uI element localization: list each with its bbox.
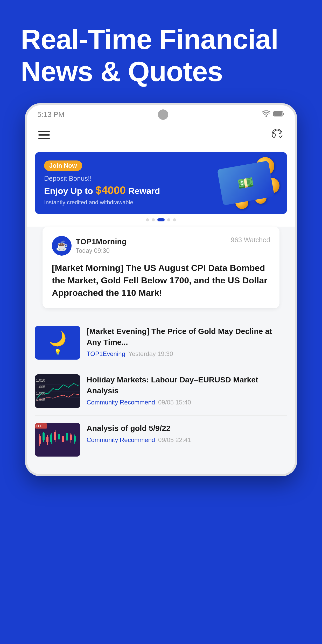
phone-container: 5:13 PM: [0, 103, 322, 476]
author-info: TOP1Morning Today 09:30: [76, 237, 127, 254]
svg-text:1.000: 1.000: [36, 391, 45, 395]
news-source-1: TOP1Evening: [87, 350, 125, 358]
status-icons: [262, 110, 285, 119]
status-time: 5:13 PM: [37, 110, 64, 119]
banner-image: 💵: [204, 152, 287, 214]
hamburger-line-3: [38, 138, 50, 139]
author-avatar: ☕: [52, 236, 72, 256]
news-content-3: Analysis of gold 5/9/22 Community Recomm…: [87, 423, 287, 444]
hero-section: Real-Time Financial News & Quotes: [0, 0, 322, 103]
moon-icon: 🌙: [49, 330, 67, 347]
banner-footer: Instantly credited and withdrawable: [44, 199, 195, 206]
news-content-2: Holiday Markets: Labour Day–EURUSD Marke…: [87, 374, 287, 406]
news-meta-2: Community Recommend 09/05 15:40: [87, 399, 287, 406]
svg-text:1.005: 1.005: [36, 385, 45, 389]
card-header: ☕ TOP1Morning Today 09:30 963 Watched: [52, 236, 270, 256]
hamburger-menu[interactable]: [38, 131, 50, 139]
news-title-2: Holiday Markets: Labour Day–EURUSD Marke…: [87, 374, 287, 396]
hamburger-line-1: [38, 131, 50, 132]
join-now-badge[interactable]: Join Now: [44, 160, 82, 171]
news-meta-1: TOP1Evening Yesterday 19:30: [87, 350, 287, 358]
svg-point-0: [265, 115, 267, 117]
lightbulb-icon: 💡: [54, 349, 61, 355]
news-time-1: Yesterday 19:30: [128, 350, 173, 358]
banner-content: Join Now Deposit Bonus!! Enjoy Up to $40…: [35, 153, 204, 214]
wifi-icon: [262, 110, 271, 119]
news-title-1: [Market Evening] The Price of Gold May D…: [87, 326, 287, 348]
card-title: [Market Morning] The US August CPI Data …: [52, 262, 270, 299]
watch-count: 963 Watched: [231, 236, 270, 244]
dot-5[interactable]: [173, 218, 176, 221]
news-thumb-2: 1.010 1.005 1.000 0.995: [35, 374, 80, 408]
svg-rect-2: [283, 113, 284, 115]
app-header: [27, 122, 295, 148]
phone-frame: 5:13 PM: [25, 103, 297, 476]
news-source-3: Community Recommend: [87, 436, 155, 444]
news-source-2: Community Recommend: [87, 399, 155, 406]
news-item-3[interactable]: SELL Analysis of gold 5/9/22 Community R…: [35, 416, 287, 464]
author-time: Today 09:30: [76, 247, 127, 254]
svg-text:1.010: 1.010: [36, 378, 45, 382]
news-thumb-1: 🌙 💡: [35, 326, 80, 360]
promotional-banner[interactable]: Join Now Deposit Bonus!! Enjoy Up to $40…: [35, 152, 287, 214]
hero-title: Real-Time Financial News & Quotes: [21, 23, 301, 88]
banner-title: Enjoy Up to $4000 Reward: [44, 184, 195, 197]
news-title-3: Analysis of gold 5/9/22: [87, 423, 287, 434]
news-content-1: [Market Evening] The Price of Gold May D…: [87, 326, 287, 358]
svg-text:0.995: 0.995: [36, 398, 45, 402]
author-name: TOP1Morning: [76, 237, 127, 246]
svg-text:SELL: SELL: [36, 424, 43, 428]
headset-icon[interactable]: [271, 127, 284, 143]
news-item-2[interactable]: 1.010 1.005 1.000 0.995 Holiday Markets:…: [35, 367, 287, 416]
battery-icon: [273, 111, 285, 119]
author-section: ☕ TOP1Morning Today 09:30: [52, 236, 127, 256]
featured-card[interactable]: ☕ TOP1Morning Today 09:30 963 Watched [M…: [43, 227, 279, 308]
status-center-dot: [158, 109, 168, 120]
status-bar: 5:13 PM: [27, 105, 295, 122]
news-list: 🌙 💡 [Market Evening] The Price of Gold M…: [27, 319, 295, 464]
banner-amount-suffix: Reward: [126, 186, 160, 196]
banner-dots: [27, 214, 295, 227]
dot-4[interactable]: [167, 218, 170, 221]
dot-1[interactable]: [146, 218, 149, 221]
banner-section: Join Now Deposit Bonus!! Enjoy Up to $40…: [27, 148, 295, 214]
banner-subtitle: Deposit Bonus!!: [44, 174, 195, 183]
news-time-3: 09/05 22:41: [158, 436, 191, 444]
news-thumb-3: SELL: [35, 423, 80, 457]
banner-amount: $4000: [95, 184, 126, 196]
svg-rect-3: [274, 112, 282, 116]
dot-3-active[interactable]: [157, 218, 165, 221]
news-time-2: 09/05 15:40: [158, 399, 191, 406]
banner-title-text: Enjoy Up to: [44, 186, 95, 196]
hamburger-line-2: [38, 134, 50, 136]
news-meta-3: Community Recommend 09/05 22:41: [87, 436, 287, 444]
dot-2[interactable]: [152, 218, 155, 221]
news-item-1[interactable]: 🌙 💡 [Market Evening] The Price of Gold M…: [35, 319, 287, 367]
